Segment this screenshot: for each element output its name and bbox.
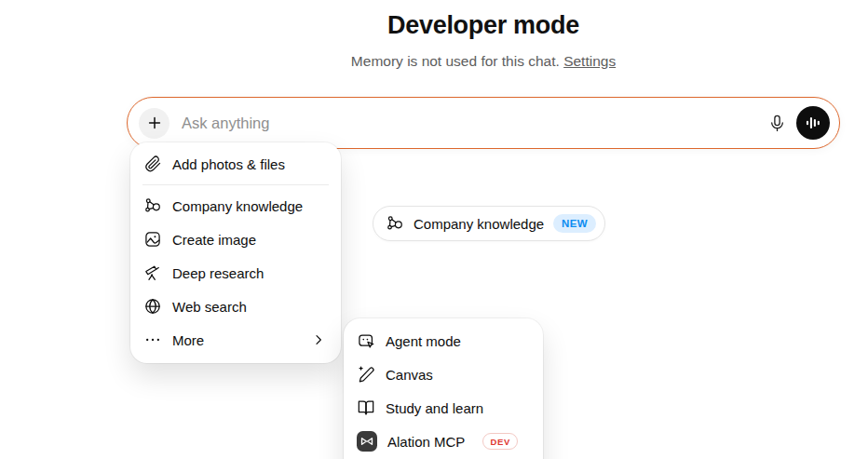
voice-waveform-icon — [803, 113, 823, 133]
menu-divider — [142, 184, 329, 185]
menu-item-company-knowledge[interactable]: Company knowledge — [136, 189, 335, 223]
chat-input[interactable]: Ask anything — [127, 97, 840, 149]
more-submenu: Agent mode Canvas Study and learn Alatio… — [344, 318, 543, 459]
dev-badge: DEV — [482, 433, 518, 450]
agent-face-cursor-icon — [357, 331, 375, 350]
telescope-icon — [143, 263, 162, 282]
menu-item-label: Web search — [172, 299, 247, 315]
new-badge: NEW — [553, 214, 596, 233]
menu-item-label: Alation MCP — [387, 434, 465, 450]
voice-mode-button[interactable] — [796, 106, 830, 140]
knowledge-network-icon — [386, 214, 404, 233]
chat-input-placeholder[interactable]: Ask anything — [182, 115, 761, 132]
menu-item-web-search[interactable]: Web search — [136, 290, 335, 323]
menu-item-label: Deep research — [172, 265, 264, 281]
memory-notice-text: Memory is not used for this chat. — [351, 53, 560, 69]
dictate-button[interactable] — [761, 107, 793, 139]
attach-button[interactable] — [139, 108, 170, 139]
plus-icon — [145, 114, 164, 132]
company-knowledge-chip[interactable]: Company knowledge NEW — [373, 206, 605, 241]
open-book-icon — [357, 398, 375, 417]
menu-item-label: Agent mode — [386, 333, 461, 349]
submenu-item-agent-mode[interactable]: Agent mode — [349, 324, 537, 358]
menu-item-label: Study and learn — [386, 400, 483, 416]
ellipsis-icon — [143, 331, 162, 349]
paperclip-icon — [143, 155, 162, 173]
pen-sparkle-icon — [357, 365, 375, 384]
menu-item-label: Create image — [172, 232, 256, 248]
menu-item-add-photos-files[interactable]: Add photos & files — [136, 147, 335, 181]
page-title: Developer mode — [387, 11, 579, 40]
submenu-item-study-and-learn[interactable]: Study and learn — [349, 391, 537, 425]
chip-label: Company knowledge — [414, 216, 544, 232]
memory-notice: Memory is not used for this chat. Settin… — [351, 53, 616, 70]
menu-item-deep-research[interactable]: Deep research — [136, 256, 335, 290]
microphone-icon — [767, 114, 787, 133]
submenu-item-alation-mcp[interactable]: Alation MCP DEV — [349, 425, 537, 458]
settings-link[interactable]: Settings — [563, 53, 616, 69]
knowledge-network-icon — [143, 196, 162, 215]
globe-icon — [143, 297, 162, 316]
menu-item-label: Canvas — [386, 367, 433, 383]
submenu-item-canvas[interactable]: Canvas — [349, 358, 537, 391]
menu-item-label: Company knowledge — [172, 198, 303, 214]
menu-item-label: More — [172, 332, 204, 348]
menu-item-label: Add photos & files — [172, 156, 285, 172]
menu-item-more[interactable]: More — [136, 323, 335, 357]
menu-item-create-image[interactable]: Create image — [136, 223, 335, 256]
attach-menu: Add photos & files Company knowledge Cre… — [130, 142, 341, 363]
image-icon — [143, 230, 162, 249]
alation-logo-icon — [357, 431, 377, 452]
chevron-right-icon — [309, 331, 328, 349]
